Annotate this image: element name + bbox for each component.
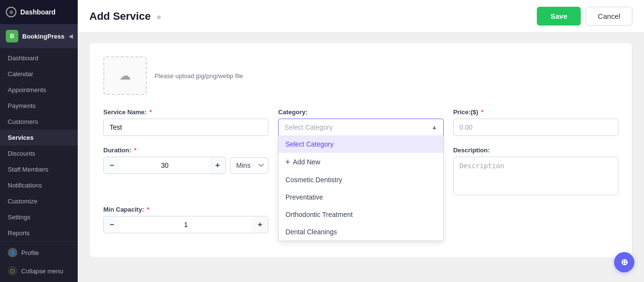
sidebar-item-profile[interactable]: 👤 Profile <box>0 243 78 262</box>
category-dropdown-trigger[interactable]: Select Category ▲ <box>278 119 443 135</box>
category-group: Category: Select Category ▲ Select Categ… <box>278 108 443 135</box>
service-name-group: Service Name: * <box>103 108 268 136</box>
required-marker: * <box>479 108 484 116</box>
profile-icon: 👤 <box>8 248 17 257</box>
page-title-wrapper: Add Service <box>89 10 161 23</box>
upload-section: ☁ Please upload jpg/png/webp file <box>103 56 618 95</box>
duration-group: Duration: * − + Mins Hours <box>103 147 268 174</box>
sidebar-item-dashboard[interactable]: Dashboard <box>0 50 78 66</box>
main-content: Add Service Save Cancel ☁ Please upload … <box>78 0 644 282</box>
service-name-label: Service Name: * <box>103 108 268 116</box>
required-marker: * <box>132 147 137 154</box>
min-capacity-decrement-button[interactable]: − <box>104 216 120 233</box>
min-capacity-value-input[interactable] <box>120 221 252 228</box>
dropdown-arrow-icon: ▲ <box>432 124 437 131</box>
support-icon: ⊕ <box>621 257 628 268</box>
dashboard-icon: ⚙ <box>6 7 16 17</box>
category-label: Category: <box>278 108 443 116</box>
upload-icon: ☁ <box>119 69 131 82</box>
duration-unit-select[interactable]: Mins Hours <box>230 157 268 174</box>
form-card: ☁ Please upload jpg/png/webp file Servic… <box>89 42 632 258</box>
sidebar-nav: DashboardCalendarAppointmentsPaymentsCus… <box>0 48 78 241</box>
sidebar-footer: 👤 Profile ⊙ Collapse menu <box>0 241 78 282</box>
duration-stepper: − + <box>103 157 226 174</box>
page-header: Add Service Save Cancel <box>78 0 644 33</box>
duration-value-input[interactable] <box>120 161 210 169</box>
sidebar-item-appointments[interactable]: Appointments <box>0 82 78 98</box>
option-label: Preventative <box>285 193 323 201</box>
required-marker: * <box>148 108 152 116</box>
collapse-icon: ⊙ <box>8 266 17 276</box>
min-capacity-increment-button[interactable]: + <box>252 216 268 233</box>
service-name-input[interactable] <box>103 119 268 136</box>
page-title: Add Service <box>89 10 151 22</box>
category-option-dental[interactable]: Dental Cleanings <box>279 223 443 241</box>
save-button[interactable]: Save <box>537 7 581 26</box>
option-label: Orthodontic Treatment <box>285 211 352 218</box>
brand-icon: B <box>6 30 18 42</box>
sidebar-dashboard-title: Dashboard <box>20 8 56 16</box>
sidebar-dashboard-header[interactable]: ⚙ Dashboard <box>0 0 78 24</box>
description-textarea[interactable] <box>453 157 618 195</box>
min-capacity-group: Min Capacity: * − + <box>103 206 268 233</box>
duration-label: Duration: * <box>103 147 268 154</box>
description-group: Description: <box>453 147 618 195</box>
min-capacity-stepper: − + <box>103 216 268 233</box>
header-dot <box>157 15 161 19</box>
category-option-orthodontic[interactable]: Orthodontic Treatment <box>279 206 443 223</box>
sidebar-item-discounts[interactable]: Discounts <box>0 146 78 161</box>
category-option-cosmetic[interactable]: Cosmetic Dentistry <box>279 171 443 188</box>
upload-box[interactable]: ☁ <box>103 56 147 95</box>
price-group: Price:($) * <box>453 108 618 136</box>
sidebar-item-staff-members[interactable]: Staff Members <box>0 161 78 177</box>
cancel-button[interactable]: Cancel <box>586 7 632 26</box>
duration-increment-button[interactable]: + <box>210 157 225 174</box>
sidebar-item-payments[interactable]: Payments <box>0 98 78 114</box>
brand-bar[interactable]: B BookingPress ◀ <box>0 24 78 48</box>
sidebar-item-calendar[interactable]: Calendar <box>0 66 78 82</box>
sidebar: ⚙ Dashboard B BookingPress ◀ DashboardCa… <box>0 0 78 282</box>
add-new-label: Add New <box>293 158 321 166</box>
brand-arrow-icon: ◀ <box>69 33 73 40</box>
category-option-add-new[interactable]: + Add New <box>279 153 443 171</box>
sidebar-item-settings[interactable]: Settings <box>0 209 78 225</box>
support-fab-button[interactable]: ⊕ <box>614 252 634 272</box>
price-input[interactable] <box>453 119 618 136</box>
plus-icon: + <box>285 158 290 166</box>
category-option-preventative[interactable]: Preventative <box>279 188 443 206</box>
sidebar-item-notifications[interactable]: Notifications <box>0 177 78 193</box>
price-label: Price:($) * <box>453 108 618 116</box>
sidebar-item-customers[interactable]: Customers <box>0 114 78 130</box>
sidebar-item-reports[interactable]: Reports <box>0 225 78 241</box>
brand-title: BookingPress <box>22 33 64 40</box>
category-dropdown-wrapper: Select Category ▲ Select Category + Add … <box>278 119 443 135</box>
sidebar-collapse-menu[interactable]: ⊙ Collapse menu <box>0 262 78 280</box>
required-marker: * <box>145 206 150 213</box>
duration-decrement-button[interactable]: − <box>104 157 120 174</box>
description-label: Description: <box>453 147 618 154</box>
upload-hint: Please upload jpg/png/webp file <box>154 72 243 80</box>
collapse-label: Collapse menu <box>21 268 63 275</box>
option-label: Dental Cleanings <box>285 228 337 236</box>
header-actions: Save Cancel <box>537 7 632 26</box>
profile-label: Profile <box>21 249 39 256</box>
option-label: Cosmetic Dentistry <box>285 176 342 184</box>
duration-stepper-group: − + Mins Hours <box>103 157 268 174</box>
sidebar-item-services[interactable]: Services <box>0 130 78 146</box>
category-selected-value: Select Category <box>284 123 333 131</box>
min-capacity-label: Min Capacity: * <box>103 206 268 213</box>
option-label: Select Category <box>285 140 334 148</box>
form-area: ☁ Please upload jpg/png/webp file Servic… <box>78 33 644 282</box>
category-option-select[interactable]: Select Category <box>279 135 443 153</box>
category-dropdown-menu: Select Category + Add New Cosmetic Denti… <box>278 135 443 241</box>
form-row-1: Service Name: * Category: Select Categor… <box>103 108 618 136</box>
sidebar-item-customize[interactable]: Customize <box>0 193 78 209</box>
